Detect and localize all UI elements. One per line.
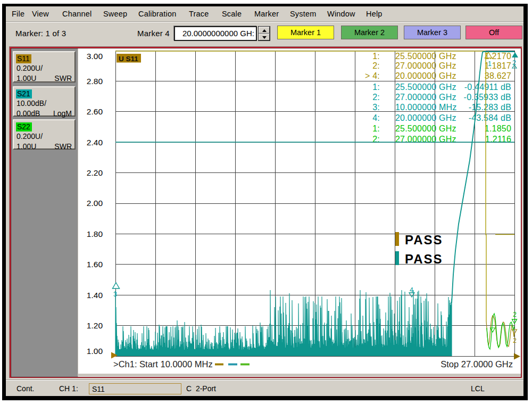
svg-text:20.000000 GHz: 20.000000 GHz bbox=[395, 71, 456, 80]
svg-text:2.60: 2.60 bbox=[87, 107, 103, 116]
svg-text:1.80: 1.80 bbox=[87, 229, 103, 238]
svg-text:1.40: 1.40 bbox=[87, 291, 103, 300]
svg-text:3: 3 bbox=[113, 291, 117, 298]
svg-text:25.500000 GHz: 25.500000 GHz bbox=[395, 52, 456, 61]
svg-text:25.500000 GHz: 25.500000 GHz bbox=[395, 124, 456, 133]
svg-text:2.20: 2.20 bbox=[87, 168, 103, 177]
svg-text:PASS: PASS bbox=[405, 252, 443, 266]
svg-text:1:: 1: bbox=[372, 124, 380, 133]
svg-text:>Ch1: Start 10.0000 MHz: >Ch1: Start 10.0000 MHz bbox=[113, 359, 213, 369]
svg-text:> 4:: > 4: bbox=[365, 71, 380, 80]
svg-text:4:: 4: bbox=[372, 113, 380, 122]
svg-text:2:: 2: bbox=[372, 93, 380, 102]
svg-text:-15.283 dB: -15.283 dB bbox=[469, 103, 511, 112]
svg-text:1:: 1: bbox=[372, 83, 380, 92]
svg-text:20.000000 GHz: 20.000000 GHz bbox=[395, 113, 456, 122]
svg-text:10.000000 MHz: 10.000000 MHz bbox=[395, 103, 457, 112]
svg-text:4: 4 bbox=[410, 286, 413, 294]
svg-text:27.000000 GHz: 27.000000 GHz bbox=[395, 93, 456, 102]
svg-text:27.000000 GHz: 27.000000 GHz bbox=[395, 61, 456, 70]
svg-text:U S11: U S11 bbox=[119, 55, 138, 63]
svg-text:-0.44911 dB: -0.44911 dB bbox=[464, 83, 511, 92]
svg-text:2.80: 2.80 bbox=[87, 77, 103, 86]
svg-text:25.500000 GHz: 25.500000 GHz bbox=[395, 83, 456, 92]
svg-text:2.00: 2.00 bbox=[87, 199, 103, 208]
svg-text:Stop 27.0000 GHz: Stop 27.0000 GHz bbox=[440, 359, 513, 369]
svg-text:1:: 1: bbox=[372, 52, 380, 61]
svg-text:PASS: PASS bbox=[405, 233, 443, 247]
svg-text:2: 2 bbox=[513, 337, 517, 344]
svg-text:2:: 2: bbox=[372, 61, 380, 70]
svg-text:1.00: 1.00 bbox=[87, 347, 103, 356]
svg-text:3:: 3: bbox=[372, 103, 380, 112]
svg-text:1.60: 1.60 bbox=[87, 260, 103, 269]
svg-text:2.40: 2.40 bbox=[87, 138, 103, 147]
svg-text:1: 1 bbox=[488, 60, 492, 68]
svg-text:1.1850: 1.1850 bbox=[485, 124, 511, 133]
svg-text:38.627: 38.627 bbox=[485, 71, 511, 80]
svg-text:1.20: 1.20 bbox=[87, 321, 103, 330]
svg-text:2: 2 bbox=[513, 311, 517, 318]
svg-text:3.00: 3.00 bbox=[87, 52, 103, 61]
svg-text:-0.35933 dB: -0.35933 dB bbox=[464, 93, 511, 102]
